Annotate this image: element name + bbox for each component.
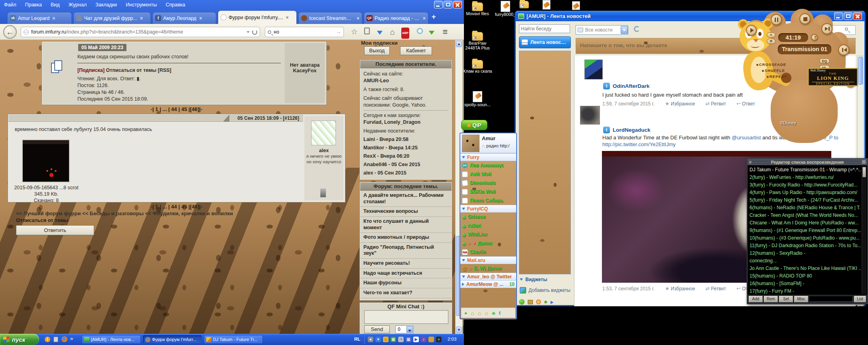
winamp-player[interactable]: × 41:19 ? Transmission 01 CROSSFADE SHUF… [734,8,868,157]
clover-icon[interactable] [544,299,547,305]
tweet2-avatar[interactable] [580,106,600,125]
contact-row[interactable]: tlkЛев Анонимус [460,161,516,170]
tray-scheduler-icon[interactable] [398,337,404,342]
tweet2-link[interactable]: http://pic.twitter.com/Ye2EttIJmy [602,141,676,147]
tray-volume-icon[interactable] [421,337,426,342]
menu-bookmarks[interactable]: Закладки [95,2,117,8]
playlist-row[interactable]: 5(furry) - Friday Night Tech - (24/7 Fur… [750,196,861,204]
playlist-list-button[interactable]: List [854,296,866,302]
repeat-toggle[interactable]: REPEAT [767,74,787,79]
playlist-row[interactable]: 17(furry) - Furry FM - [750,288,861,294]
status-icon[interactable] [464,310,467,316]
menu-edit[interactable]: Правка [25,2,42,8]
subscribe-link[interactable]: [Подписка] [77,67,105,73]
sidebar-my-subscriptions[interactable]: Мои подписки [361,40,441,46]
tab-close-icon[interactable]: × [52,16,55,21]
maximize-button[interactable] [444,1,452,8]
menu-history[interactable]: Журнал [69,2,87,8]
qip-banner-button[interactable]: QIP [461,120,487,130]
today-users[interactable]: Furvlad, Lonely_Dragon [363,119,448,126]
tab-close-icon[interactable]: × [199,16,202,21]
playlist-add-button[interactable]: Add [749,296,763,302]
chat-list-panel[interactable] [519,51,571,274]
winamp-close-icon[interactable]: × [767,32,775,38]
close-button[interactable] [453,1,462,8]
attachment-thumbnail[interactable] [22,139,70,182]
playlist-row[interactable]: 16(humans) - [SomaFM] - [750,280,861,288]
author-name[interactable]: alex [304,148,343,153]
bookmark-dropdown-icon[interactable] [247,31,250,33]
playlist-row[interactable]: 2(furry) - WeFurries - http://wefurries.… [750,174,861,181]
contact-row[interactable]: Dimoniusis [460,178,516,187]
twitter-bird-icon[interactable]: t [499,310,501,316]
topic-link[interactable]: Научите рисовать! [360,258,452,268]
home-icon[interactable] [388,28,397,36]
playlist-sel-button[interactable]: Sel [779,296,793,302]
tab-close-icon[interactable]: × [140,16,143,21]
clover-icon[interactable] [492,310,495,316]
quicklaunch-firefox-icon[interactable] [61,336,67,342]
playlist-shade-icon[interactable] [862,160,866,164]
flower-icon[interactable] [536,299,541,304]
playlist-misc-button[interactable]: Misc [794,296,808,302]
smiley-icon[interactable] [519,299,525,305]
quicklaunch-info-icon[interactable]: i [45,337,50,342]
contact-row[interactable]: Псеко Сибирь [460,196,516,205]
menu-tools[interactable]: Инструменты [126,2,157,8]
track-title-display[interactable]: Transmission 01 [778,44,831,54]
desktop-icon-partial[interactable] [542,0,550,10]
author-name[interactable]: KaceyFox [285,68,325,73]
home-icon[interactable] [478,310,481,316]
playlist-row-current[interactable]: DJ Takum - Future Transmission 01 - Wina… [750,166,861,174]
recent-visitor[interactable]: RexX - Вчера 06:20 [363,153,448,160]
playlist-row[interactable]: Cracker - Teen Angst (What The World Nee… [750,212,861,219]
pagination-bottom[interactable]: -| 1 | ... | 44 | 45 |[46]|- [8,204,345,210]
photo-icon[interactable] [528,300,533,304]
contact-row[interactable]: NACharlie [460,248,516,256]
topic-link[interactable]: Наши фурсоны [360,278,452,288]
widgets-toggle[interactable]: Виджеты [520,277,547,282]
minimize-button[interactable] [434,1,443,8]
back-button[interactable]: ← [3,25,17,39]
recent-visitor[interactable]: alex - 05 Сен 2015 [363,170,448,176]
retweet-button[interactable]: Ретвит [705,101,726,107]
minichat-select[interactable]: 0 [395,325,414,333]
playlist-row[interactable]: connecting... [750,257,861,265]
search-bar[interactable]: но → [265,27,344,37]
group-furry[interactable]: Furry [460,153,516,161]
tray-radio-icon[interactable] [368,337,373,342]
find-chat-input[interactable] [519,24,570,33]
tray-qip-icon[interactable] [383,337,389,342]
taskbar-task-firefox[interactable]: Фурри форум I'mfurr... [143,335,202,344]
desktop-icon-partial[interactable] [572,1,580,10]
help-button[interactable]: ? [811,34,818,41]
playlist-row[interactable]: 4(furry) - Paws Up Radio - http://pawsup… [750,189,861,196]
contact-row[interactable]: Avik Wolf [460,170,516,178]
downloads-icon[interactable] [375,28,385,36]
topic-link[interactable]: Фото животных / природы [360,232,452,242]
tray-nvidia-icon[interactable] [436,337,442,342]
language-indicator[interactable]: RL [354,337,360,341]
playlist-row[interactable]: 15(humans) - RADIO TOP 80 [750,272,861,280]
tab-furry-forum[interactable]: Фурри форум I'mfurry....× [218,10,297,24]
shuffle-toggle[interactable]: SHUFFLE [762,68,785,73]
contact-row[interactable]: @(L W) Далма [460,264,516,273]
topic-link[interactable]: Технические вопросы [360,206,452,216]
playlist-scrollbar[interactable] [862,166,866,294]
tab-close-icon[interactable]: × [423,16,426,21]
topic-link[interactable]: Радио "Леопард. Пятнистый звук" [360,242,452,258]
addon-drop-icon[interactable] [415,28,424,36]
qip-profile-name[interactable]: Amur [482,135,495,141]
tab-facebook[interactable]: fАмур Леопард× [152,12,216,24]
contact-row[interactable]: ru3ari [460,221,516,230]
bookmark-star-icon[interactable] [349,28,359,36]
tray-player-icon[interactable] [413,337,419,342]
tab-chat[interactable]: Чат для друзей фурр...× [73,12,151,24]
home-icon[interactable] [471,310,474,316]
group-furryicq[interactable]: FurryICQ [460,205,516,212]
topic-link[interactable]: Чего-то не хватает? [360,288,452,298]
attachment-name[interactable]: 2015-09-05-165643 ...8 scrot [8,185,84,190]
search-go-icon[interactable]: → [336,29,341,35]
media-icon[interactable] [550,300,554,304]
tab-radio-leopard[interactable]: QFРадио леопард - пятн...× [364,12,428,24]
